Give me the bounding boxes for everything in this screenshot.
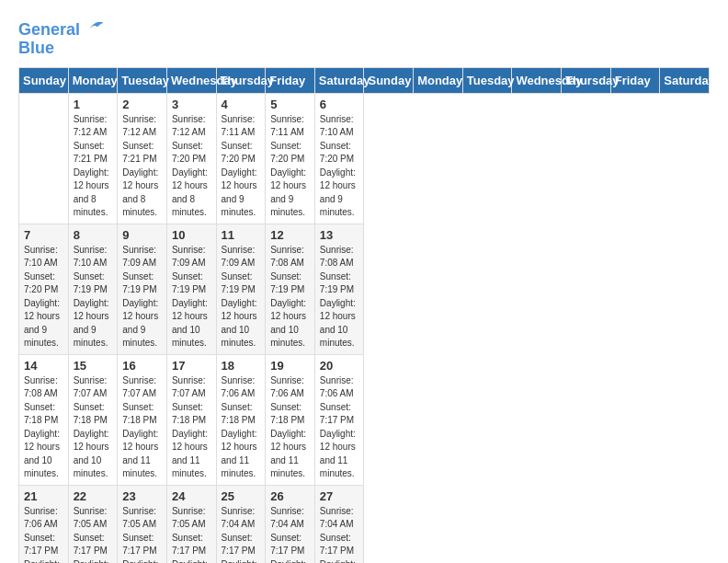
calendar-table: SundayMondayTuesdayWednesdayThursdayFrid… — [18, 67, 710, 563]
calendar-week-4: 21Sunrise: 7:06 AM Sunset: 7:17 PM Dayli… — [19, 485, 710, 563]
calendar-cell: 17Sunrise: 7:07 AM Sunset: 7:18 PM Dayli… — [166, 354, 216, 485]
day-number: 21 — [24, 489, 63, 503]
weekday-header-friday: Friday — [266, 67, 315, 93]
day-number: 4 — [222, 98, 261, 111]
logo-text: General Blue — [18, 18, 105, 58]
calendar-cell: 8Sunrise: 7:10 AM Sunset: 7:19 PM Daylig… — [68, 224, 118, 354]
day-info: Sunrise: 7:05 AM Sunset: 7:17 PM Dayligh… — [74, 505, 113, 563]
day-info: Sunrise: 7:11 AM Sunset: 7:20 PM Dayligh… — [222, 113, 261, 220]
weekday-header-wednesday: Wednesday — [166, 67, 216, 93]
day-number: 6 — [320, 98, 359, 111]
logo: General Blue — [18, 18, 105, 58]
weekday-header-sunday: Sunday — [19, 67, 69, 93]
day-info: Sunrise: 7:11 AM Sunset: 7:20 PM Dayligh… — [270, 113, 310, 220]
day-number: 5 — [270, 98, 310, 111]
day-info: Sunrise: 7:09 AM Sunset: 7:19 PM Dayligh… — [172, 244, 211, 350]
day-number: 8 — [74, 228, 113, 242]
calendar-cell: 25Sunrise: 7:04 AM Sunset: 7:17 PM Dayli… — [216, 485, 266, 563]
calendar-cell: 19Sunrise: 7:06 AM Sunset: 7:18 PM Dayli… — [266, 354, 315, 485]
calendar-cell: 11Sunrise: 7:09 AM Sunset: 7:19 PM Dayli… — [216, 224, 266, 354]
day-number: 3 — [172, 98, 211, 111]
day-number: 27 — [320, 489, 359, 503]
day-number: 17 — [172, 359, 211, 373]
day-number: 9 — [122, 228, 162, 242]
day-number: 16 — [122, 359, 162, 373]
logo-bird-icon — [86, 17, 105, 35]
weekday-header-thursday: Thursday — [562, 67, 611, 93]
weekday-header-row: SundayMondayTuesdayWednesdayThursdayFrid… — [19, 67, 710, 93]
calendar-cell: 4Sunrise: 7:11 AM Sunset: 7:20 PM Daylig… — [216, 93, 266, 224]
day-info: Sunrise: 7:06 AM Sunset: 7:17 PM Dayligh… — [24, 505, 63, 563]
day-number: 15 — [74, 359, 113, 373]
weekday-header-sunday: Sunday — [364, 67, 414, 93]
day-number: 12 — [270, 228, 310, 242]
day-info: Sunrise: 7:10 AM Sunset: 7:19 PM Dayligh… — [74, 244, 113, 350]
calendar-cell: 13Sunrise: 7:08 AM Sunset: 7:19 PM Dayli… — [314, 224, 364, 354]
day-number: 10 — [172, 228, 211, 242]
day-info: Sunrise: 7:10 AM Sunset: 7:20 PM Dayligh… — [24, 244, 63, 350]
calendar-cell — [19, 93, 69, 224]
day-info: Sunrise: 7:07 AM Sunset: 7:18 PM Dayligh… — [122, 374, 162, 481]
day-number: 13 — [320, 228, 359, 242]
day-number: 25 — [222, 489, 261, 503]
calendar-cell: 20Sunrise: 7:06 AM Sunset: 7:17 PM Dayli… — [314, 354, 364, 485]
calendar-cell: 14Sunrise: 7:08 AM Sunset: 7:18 PM Dayli… — [19, 354, 69, 485]
day-info: Sunrise: 7:06 AM Sunset: 7:17 PM Dayligh… — [320, 374, 359, 481]
day-info: Sunrise: 7:08 AM Sunset: 7:18 PM Dayligh… — [24, 374, 63, 481]
day-number: 23 — [122, 489, 162, 503]
day-info: Sunrise: 7:06 AM Sunset: 7:18 PM Dayligh… — [270, 374, 310, 481]
day-info: Sunrise: 7:04 AM Sunset: 7:17 PM Dayligh… — [222, 505, 261, 563]
day-number: 2 — [122, 98, 162, 111]
calendar-cell: 3Sunrise: 7:12 AM Sunset: 7:20 PM Daylig… — [166, 93, 216, 224]
day-info: Sunrise: 7:06 AM Sunset: 7:18 PM Dayligh… — [222, 374, 261, 481]
weekday-header-saturday: Saturday — [314, 67, 364, 93]
day-info: Sunrise: 7:05 AM Sunset: 7:17 PM Dayligh… — [122, 505, 162, 563]
calendar-cell: 7Sunrise: 7:10 AM Sunset: 7:20 PM Daylig… — [19, 224, 69, 354]
day-info: Sunrise: 7:12 AM Sunset: 7:20 PM Dayligh… — [172, 113, 211, 220]
calendar-cell: 21Sunrise: 7:06 AM Sunset: 7:17 PM Dayli… — [19, 485, 69, 563]
day-info: Sunrise: 7:09 AM Sunset: 7:19 PM Dayligh… — [222, 244, 261, 350]
day-info: Sunrise: 7:08 AM Sunset: 7:19 PM Dayligh… — [320, 244, 359, 350]
day-info: Sunrise: 7:09 AM Sunset: 7:19 PM Dayligh… — [122, 244, 162, 350]
day-number: 22 — [74, 489, 113, 503]
day-info: Sunrise: 7:04 AM Sunset: 7:17 PM Dayligh… — [320, 505, 359, 563]
weekday-header-saturday: Saturday — [660, 67, 710, 93]
calendar-cell: 18Sunrise: 7:06 AM Sunset: 7:18 PM Dayli… — [216, 354, 266, 485]
calendar-cell: 10Sunrise: 7:09 AM Sunset: 7:19 PM Dayli… — [166, 224, 216, 354]
logo-blue: Blue — [18, 39, 54, 57]
calendar-week-1: 1Sunrise: 7:12 AM Sunset: 7:21 PM Daylig… — [19, 93, 710, 224]
day-info: Sunrise: 7:12 AM Sunset: 7:21 PM Dayligh… — [74, 113, 113, 220]
day-info: Sunrise: 7:08 AM Sunset: 7:19 PM Dayligh… — [270, 244, 310, 350]
logo-general: General — [18, 20, 80, 39]
weekday-header-friday: Friday — [610, 67, 660, 93]
calendar-cell: 23Sunrise: 7:05 AM Sunset: 7:17 PM Dayli… — [118, 485, 167, 563]
day-number: 20 — [320, 359, 359, 373]
day-info: Sunrise: 7:04 AM Sunset: 7:17 PM Dayligh… — [270, 505, 310, 563]
day-number: 18 — [222, 359, 261, 373]
weekday-header-wednesday: Wednesday — [512, 67, 562, 93]
calendar-cell: 5Sunrise: 7:11 AM Sunset: 7:20 PM Daylig… — [266, 93, 315, 224]
day-info: Sunrise: 7:07 AM Sunset: 7:18 PM Dayligh… — [172, 374, 211, 481]
day-number: 26 — [270, 489, 310, 503]
calendar-cell: 6Sunrise: 7:10 AM Sunset: 7:20 PM Daylig… — [314, 93, 364, 224]
calendar-cell: 24Sunrise: 7:05 AM Sunset: 7:17 PM Dayli… — [166, 485, 216, 563]
day-info: Sunrise: 7:07 AM Sunset: 7:18 PM Dayligh… — [74, 374, 113, 481]
day-number: 24 — [172, 489, 211, 503]
weekday-header-monday: Monday — [68, 67, 118, 93]
calendar-cell: 26Sunrise: 7:04 AM Sunset: 7:17 PM Dayli… — [266, 485, 315, 563]
day-info: Sunrise: 7:12 AM Sunset: 7:21 PM Dayligh… — [122, 113, 162, 220]
calendar-cell: 9Sunrise: 7:09 AM Sunset: 7:19 PM Daylig… — [118, 224, 167, 354]
day-info: Sunrise: 7:10 AM Sunset: 7:20 PM Dayligh… — [320, 113, 359, 220]
calendar-cell: 16Sunrise: 7:07 AM Sunset: 7:18 PM Dayli… — [118, 354, 167, 485]
calendar-cell: 12Sunrise: 7:08 AM Sunset: 7:19 PM Dayli… — [266, 224, 315, 354]
day-number: 14 — [24, 359, 63, 373]
calendar-cell: 27Sunrise: 7:04 AM Sunset: 7:17 PM Dayli… — [314, 485, 364, 563]
day-number: 19 — [270, 359, 310, 373]
day-number: 11 — [222, 228, 261, 242]
weekday-header-tuesday: Tuesday — [462, 67, 512, 93]
calendar-cell: 15Sunrise: 7:07 AM Sunset: 7:18 PM Dayli… — [68, 354, 118, 485]
weekday-header-thursday: Thursday — [216, 67, 266, 93]
weekday-header-tuesday: Tuesday — [118, 67, 167, 93]
day-number: 1 — [74, 98, 113, 111]
calendar-week-3: 14Sunrise: 7:08 AM Sunset: 7:18 PM Dayli… — [19, 354, 710, 485]
